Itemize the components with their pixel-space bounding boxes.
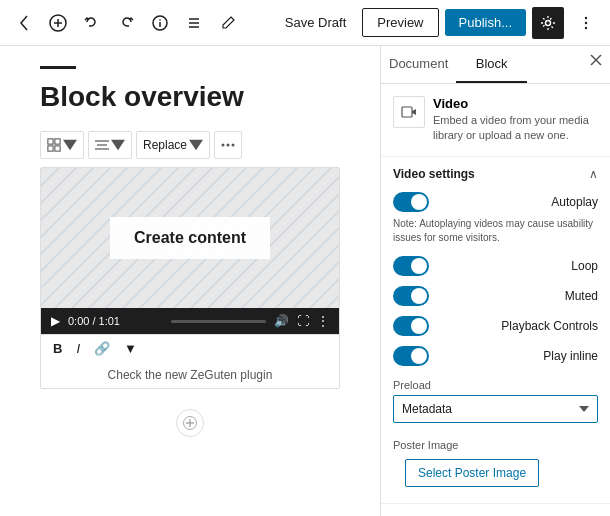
- sidebar-tabs: Document Block: [381, 46, 610, 84]
- block-type-button[interactable]: [40, 131, 84, 159]
- block-info: Video Embed a video from your media libr…: [381, 84, 610, 157]
- playback-row: Playback Controls: [381, 311, 610, 341]
- play-inline-label: Play inline: [543, 349, 598, 363]
- loop-knob: [411, 258, 427, 274]
- video-caption: Check the new ZeGuten plugin: [41, 362, 339, 388]
- preload-group: Preload None Metadata Auto: [381, 371, 610, 431]
- add-block-button[interactable]: [42, 7, 74, 39]
- video-settings-title: Video settings: [393, 167, 475, 181]
- playback-toggle[interactable]: [393, 316, 429, 336]
- link-button[interactable]: 🔗: [90, 339, 114, 358]
- block-toolbar: Replace: [40, 131, 340, 159]
- info-button[interactable]: [144, 7, 176, 39]
- volume-button[interactable]: 🔊: [274, 314, 289, 328]
- format-more-button[interactable]: ▼: [120, 339, 141, 358]
- autoplay-knob: [411, 194, 427, 210]
- undo-button[interactable]: [76, 7, 108, 39]
- fullscreen-button[interactable]: ⛶: [297, 314, 309, 328]
- main-layout: Block overview Replace Create c: [0, 46, 610, 516]
- svg-point-22: [232, 144, 235, 147]
- sidebar-close-button[interactable]: [582, 46, 610, 74]
- block-more-button[interactable]: [214, 131, 242, 159]
- select-poster-image-button[interactable]: Select Poster Image: [405, 459, 539, 487]
- edit-mode-button[interactable]: [212, 7, 244, 39]
- loop-toggle[interactable]: [393, 256, 429, 276]
- muted-label: Muted: [565, 289, 598, 303]
- preload-label: Preload: [393, 379, 598, 391]
- tab-block[interactable]: Block: [456, 46, 527, 83]
- italic-button[interactable]: I: [72, 339, 84, 358]
- svg-rect-28: [402, 107, 412, 117]
- video-block: Create content ▶ 0:00 / 1:01 🔊 ⛶ ⋮ B I 🔗…: [40, 167, 340, 389]
- video-settings-chevron: ∧: [589, 167, 598, 181]
- toolbar-right: Save Draft Preview Publish...: [275, 7, 602, 39]
- video-overlay-text: Create content: [110, 217, 270, 259]
- back-button[interactable]: [8, 7, 40, 39]
- loop-label: Loop: [571, 259, 598, 273]
- poster-image-group: Poster Image Select Poster Image: [381, 431, 610, 503]
- play-button[interactable]: ▶: [51, 314, 60, 328]
- tab-document[interactable]: Document: [381, 46, 456, 83]
- autoplay-label: Autoplay: [551, 195, 598, 209]
- video-controls: ▶ 0:00 / 1:01 🔊 ⛶ ⋮: [41, 308, 339, 334]
- video-more-button[interactable]: ⋮: [317, 314, 329, 328]
- muted-toggle[interactable]: [393, 286, 429, 306]
- playback-label: Playback Controls: [501, 319, 598, 333]
- video-settings-section[interactable]: Video settings ∧: [381, 157, 610, 187]
- align-button[interactable]: [88, 131, 132, 159]
- toolbar-left: [8, 7, 244, 39]
- playback-knob: [411, 318, 427, 334]
- time-display: 0:00 / 1:01: [68, 315, 163, 327]
- play-inline-row: Play inline: [381, 341, 610, 371]
- save-draft-button[interactable]: Save Draft: [275, 9, 356, 36]
- autoplay-toggle[interactable]: [393, 192, 429, 212]
- list-view-button[interactable]: [178, 7, 210, 39]
- svg-point-5: [159, 19, 161, 21]
- add-block-below-button[interactable]: [176, 409, 204, 437]
- block-title: Video: [433, 96, 598, 111]
- settings-button[interactable]: [532, 7, 564, 39]
- muted-row: Muted: [381, 281, 610, 311]
- play-inline-toggle[interactable]: [393, 346, 429, 366]
- redo-button[interactable]: [110, 7, 142, 39]
- autoplay-row: Autoplay: [381, 187, 610, 217]
- video-block-icon: [393, 96, 425, 128]
- svg-point-12: [585, 26, 587, 28]
- preload-select[interactable]: None Metadata Auto: [393, 395, 598, 423]
- editor-area: Block overview Replace Create c: [0, 46, 380, 516]
- loop-row: Loop: [381, 251, 610, 281]
- bold-button[interactable]: B: [49, 339, 66, 358]
- sidebar-content: Video Embed a video from your media libr…: [381, 84, 610, 516]
- svg-point-11: [585, 21, 587, 23]
- publish-button[interactable]: Publish...: [445, 9, 526, 36]
- svg-rect-15: [48, 146, 53, 151]
- page-title: Block overview: [40, 79, 340, 115]
- svg-point-9: [546, 20, 551, 25]
- video-preview: Create content: [41, 168, 339, 308]
- svg-point-10: [585, 16, 587, 18]
- preview-button[interactable]: Preview: [362, 8, 438, 37]
- muted-knob: [411, 288, 427, 304]
- svg-rect-16: [55, 146, 60, 151]
- more-options-button[interactable]: [570, 7, 602, 39]
- replace-button[interactable]: Replace: [136, 131, 210, 159]
- progress-bar[interactable]: [171, 320, 266, 323]
- poster-label: Poster Image: [393, 439, 598, 451]
- autoplay-note: Note: Autoplaying videos may cause usabi…: [381, 217, 610, 251]
- play-inline-knob: [411, 348, 427, 364]
- svg-point-21: [227, 144, 230, 147]
- advanced-section[interactable]: Advanced ∨: [381, 503, 610, 516]
- block-info-header: Video Embed a video from your media libr…: [393, 96, 598, 144]
- text-formatting-toolbar: B I 🔗 ▼: [41, 334, 339, 362]
- block-info-text: Video Embed a video from your media libr…: [433, 96, 598, 144]
- main-toolbar: Save Draft Preview Publish...: [0, 0, 610, 46]
- svg-marker-29: [412, 109, 416, 115]
- svg-rect-14: [55, 139, 60, 144]
- block-description: Embed a video from your media library or…: [433, 113, 598, 144]
- svg-rect-13: [48, 139, 53, 144]
- sidebar: Document Block Video Embed a video from …: [380, 46, 610, 516]
- svg-point-20: [222, 144, 225, 147]
- title-decorative-line: [40, 66, 76, 69]
